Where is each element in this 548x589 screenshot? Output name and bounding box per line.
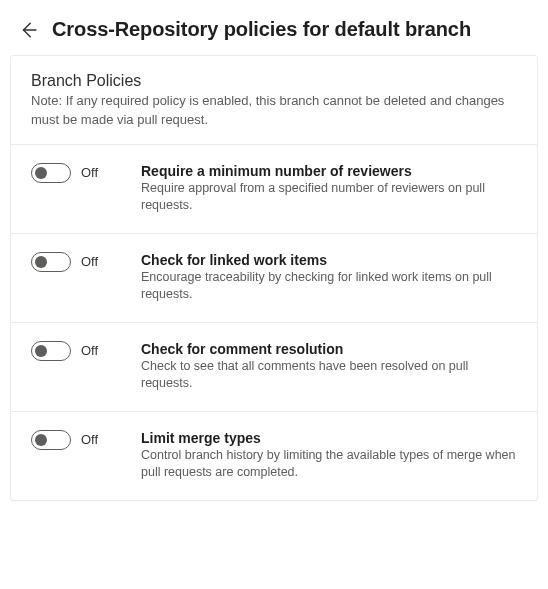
policy-text: Check for comment resolution Check to se… — [141, 341, 517, 393]
card-title: Branch Policies — [31, 72, 517, 90]
policy-title: Require a minimum number of reviewers — [141, 163, 517, 179]
policy-row-limit-merge-types: Off Limit merge types Control branch his… — [11, 411, 537, 500]
policy-row-linked-work-items: Off Check for linked work items Encourag… — [11, 233, 537, 322]
toggle-comment-resolution[interactable] — [31, 341, 71, 361]
toggle-knob — [35, 345, 47, 357]
toggle-knob — [35, 256, 47, 268]
page-header: Cross-Repository policies for default br… — [0, 0, 548, 55]
policy-title: Check for comment resolution — [141, 341, 517, 357]
back-button[interactable] — [18, 20, 38, 40]
arrow-left-icon — [19, 21, 37, 39]
policy-text: Check for linked work items Encourage tr… — [141, 252, 517, 304]
policy-desc: Encourage traceability by checking for l… — [141, 269, 517, 304]
policy-title: Check for linked work items — [141, 252, 517, 268]
toggle-knob — [35, 434, 47, 446]
policy-text: Require a minimum number of reviewers Re… — [141, 163, 517, 215]
toggle-knob — [35, 167, 47, 179]
branch-policies-card: Branch Policies Note: If any required po… — [10, 55, 538, 501]
policy-text: Limit merge types Control branch history… — [141, 430, 517, 482]
toggle-wrap: Off — [31, 252, 127, 272]
page-title: Cross-Repository policies for default br… — [52, 18, 471, 41]
toggle-wrap: Off — [31, 163, 127, 183]
toggle-wrap: Off — [31, 430, 127, 450]
toggle-wrap: Off — [31, 341, 127, 361]
toggle-state-label: Off — [81, 432, 98, 447]
toggle-state-label: Off — [81, 343, 98, 358]
policy-row-comment-resolution: Off Check for comment resolution Check t… — [11, 322, 537, 411]
card-intro: Branch Policies Note: If any required po… — [11, 56, 537, 144]
toggle-limit-merge-types[interactable] — [31, 430, 71, 450]
toggle-min-reviewers[interactable] — [31, 163, 71, 183]
policy-desc: Require approval from a specified number… — [141, 180, 517, 215]
policy-desc: Control branch history by limiting the a… — [141, 447, 517, 482]
toggle-state-label: Off — [81, 165, 98, 180]
policy-title: Limit merge types — [141, 430, 517, 446]
toggle-linked-work-items[interactable] — [31, 252, 71, 272]
policy-row-min-reviewers: Off Require a minimum number of reviewer… — [11, 144, 537, 233]
policy-desc: Check to see that all comments have been… — [141, 358, 517, 393]
card-note: Note: If any required policy is enabled,… — [31, 92, 517, 130]
toggle-state-label: Off — [81, 254, 98, 269]
